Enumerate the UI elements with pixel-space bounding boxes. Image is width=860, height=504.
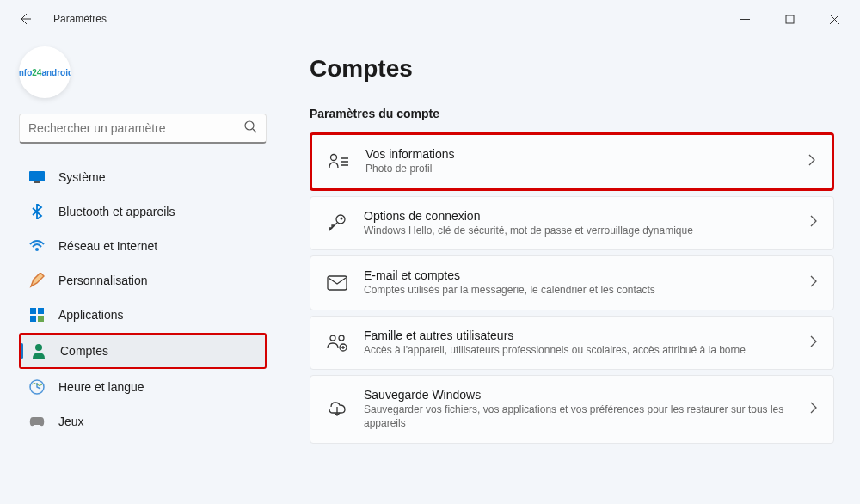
personalization-icon (29, 273, 45, 288)
sidebar-item-label: Personnalisation (58, 274, 148, 287)
back-button[interactable] (17, 11, 33, 27)
svg-point-13 (341, 218, 343, 220)
card-title: Vos informations (366, 147, 792, 161)
sidebar-item-label: Applications (58, 308, 124, 322)
card-desc: Windows Hello, clé de sécurité, mot de p… (364, 224, 794, 238)
sidebar-item-label: Système (58, 170, 105, 184)
window-controls (726, 5, 853, 33)
sidebar-item-label: Bluetooth et appareils (58, 205, 175, 218)
svg-point-16 (339, 335, 344, 341)
sidebar-item-accounts[interactable]: Comptes (19, 333, 267, 369)
titlebar: Paramètres (0, 0, 860, 38)
card-desc: Photo de profil (366, 163, 792, 176)
sidebar-item-apps[interactable]: Applications (19, 298, 267, 331)
network-icon (29, 238, 45, 254)
card-body: Options de connexion Windows Hello, clé … (364, 209, 794, 238)
card-desc: Sauvegarder vos fichiers, vos applicatio… (364, 403, 794, 430)
avatar[interactable]: Info24android (19, 46, 71, 98)
main-content: Comptes Paramètres du compte Vos informa… (280, 38, 860, 504)
sidebar-item-network[interactable]: Réseau et Internet (19, 230, 267, 262)
card-title: Sauvegarde Windows (364, 388, 794, 402)
search-input[interactable] (28, 121, 243, 135)
svg-rect-5 (30, 308, 36, 314)
svg-point-15 (330, 335, 335, 341)
card-title: E-mail et comptes (364, 268, 794, 282)
sidebar-item-gaming[interactable]: Jeux (19, 405, 267, 438)
svg-rect-14 (328, 276, 347, 290)
sidebar-item-time[interactable]: Heure et langue (19, 371, 267, 403)
chevron-right-icon (809, 402, 818, 417)
sidebar-item-label: Jeux (58, 415, 84, 428)
card-family[interactable]: Famille et autres utilisateurs Accès à l… (310, 316, 834, 371)
key-icon (326, 212, 348, 234)
sidebar-item-system[interactable]: Système (19, 161, 267, 194)
card-desc: Accès à l'appareil, utilisateurs profess… (364, 344, 794, 358)
svg-rect-7 (30, 316, 36, 322)
sidebar: Info24android Système Bluetooth et appar… (0, 38, 280, 504)
svg-rect-0 (786, 15, 794, 23)
section-title: Paramètres du compte (310, 107, 834, 120)
apps-icon (29, 307, 45, 323)
family-icon (326, 332, 348, 354)
sidebar-item-label: Comptes (60, 344, 108, 358)
window-title: Paramètres (53, 13, 107, 25)
time-icon (29, 379, 45, 395)
person-list-icon (328, 151, 350, 173)
minimize-button[interactable] (726, 5, 764, 33)
card-body: Vos informations Photo de profil (366, 147, 792, 176)
card-body: E-mail et comptes Comptes utilisés par l… (364, 268, 794, 298)
card-email-accounts[interactable]: E-mail et comptes Comptes utilisés par l… (310, 255, 834, 310)
email-icon (326, 272, 348, 294)
sidebar-item-label: Réseau et Internet (58, 239, 157, 253)
search-box[interactable] (19, 114, 267, 144)
card-title: Options de connexion (364, 209, 794, 223)
chevron-right-icon (809, 275, 818, 291)
chevron-right-icon (808, 154, 816, 169)
bluetooth-icon (29, 204, 45, 219)
sidebar-nav: Système Bluetooth et appareils Réseau et… (19, 161, 267, 438)
maximize-button[interactable] (771, 5, 808, 33)
svg-rect-6 (38, 308, 44, 314)
backup-icon (326, 398, 348, 421)
page-title: Comptes (310, 55, 834, 83)
accounts-icon (31, 343, 46, 359)
svg-point-4 (35, 248, 39, 251)
svg-rect-3 (34, 181, 40, 183)
card-your-info[interactable]: Vos informations Photo de profil (310, 132, 834, 191)
svg-point-1 (245, 121, 254, 130)
card-signin-options[interactable]: Options de connexion Windows Hello, clé … (310, 196, 834, 251)
sidebar-item-label: Heure et langue (58, 380, 144, 394)
chevron-right-icon (809, 215, 818, 230)
card-backup[interactable]: Sauvegarde Windows Sauvegarder vos fichi… (310, 375, 834, 443)
svg-rect-2 (29, 171, 45, 181)
chevron-right-icon (809, 335, 818, 351)
card-body: Famille et autres utilisateurs Accès à l… (364, 329, 794, 358)
close-button[interactable] (815, 5, 853, 33)
svg-rect-8 (38, 316, 44, 322)
titlebar-left: Paramètres (7, 11, 107, 27)
card-title: Famille et autres utilisateurs (364, 329, 794, 342)
sidebar-item-bluetooth[interactable]: Bluetooth et appareils (19, 195, 267, 228)
gaming-icon (29, 414, 45, 429)
avatar-logo: Info24android (19, 68, 71, 77)
sidebar-item-personalization[interactable]: Personnalisation (19, 264, 267, 297)
search-icon (243, 120, 257, 137)
card-desc: Comptes utilisés par la messagerie, le c… (364, 284, 794, 298)
card-body: Sauvegarde Windows Sauvegarder vos fichi… (364, 388, 794, 430)
svg-point-11 (331, 154, 337, 160)
svg-point-9 (35, 344, 42, 351)
system-icon (29, 169, 45, 185)
